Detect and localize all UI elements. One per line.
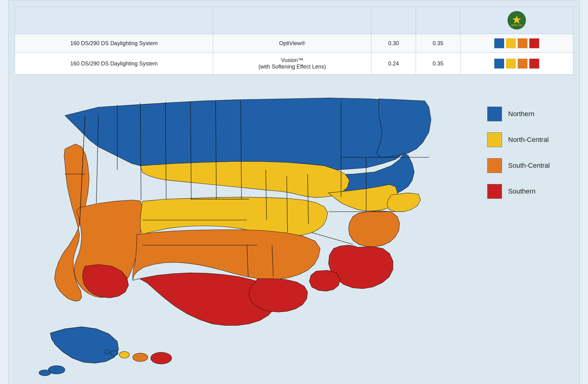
table-cell-shgc-0: 0.30 [371, 34, 416, 53]
svg-point-27 [151, 352, 172, 364]
svg-point-26 [39, 370, 51, 376]
table-cell-diffuser-1: Vusion™ (with Softening Effect Lens) [213, 53, 371, 75]
color-swatch-0 [494, 38, 504, 48]
table-cell-ufactor-0: 0.35 [416, 34, 460, 53]
svg-point-30 [111, 351, 118, 355]
legend-item-1: North-Central [487, 132, 573, 147]
energy-star-icon: ENERGY STAR [508, 11, 526, 29]
legend-item-2: South-Central [487, 158, 573, 173]
map-section: NorthernNorth-CentralSouth-CentralSouthe… [15, 82, 573, 384]
data-table: ENERGY STAR 160 DS/290 DS Daylighting Sy… [15, 6, 573, 75]
legend-label-2: South-Central [508, 162, 550, 170]
map-container [15, 82, 475, 384]
color-swatch-3 [529, 59, 539, 69]
legend-swatch-1 [487, 132, 502, 147]
legend-item-0: Northern [487, 107, 573, 121]
col-header-diffuser [213, 7, 371, 34]
col-header-ufactor [416, 7, 460, 34]
us-map [15, 82, 475, 383]
color-swatch-2 [518, 38, 527, 48]
color-swatch-2 [518, 59, 527, 69]
color-swatch-1 [506, 38, 516, 48]
table-cell-model-1: 160 DS/290 DS Daylighting System [15, 53, 213, 75]
energy-star-logo: ENERGY STAR [466, 11, 567, 29]
legend-swatch-2 [487, 158, 502, 173]
legend-label-3: Southern [508, 187, 535, 195]
table-cell-swatches-0 [460, 34, 573, 53]
color-swatch-0 [494, 59, 504, 69]
svg-text:ENERGY STAR: ENERGY STAR [511, 24, 522, 26]
table-cell-ufactor-1: 0.35 [416, 53, 460, 75]
svg-point-29 [119, 351, 129, 358]
table-cell-shgc-1: 0.24 [371, 53, 416, 75]
map-legend: NorthernNorth-CentralSouth-CentralSouthe… [487, 82, 573, 199]
col-header-shgc [371, 7, 416, 34]
legend-swatch-3 [487, 184, 502, 199]
table-cell-diffuser-0: OptiView® [213, 34, 371, 53]
legend-swatch-0 [487, 107, 502, 121]
col-header-energy-star: ENERGY STAR [460, 7, 573, 34]
legend-label-1: North-Central [508, 136, 549, 144]
legend-label-0: Northern [508, 110, 535, 118]
page-container: ENERGY STAR 160 DS/290 DS Daylighting Sy… [8, 0, 580, 384]
color-swatch-3 [529, 38, 539, 48]
legend-item-3: Southern [487, 184, 573, 199]
color-swatch-1 [506, 59, 516, 69]
table-cell-swatches-1 [460, 53, 573, 75]
table-cell-model-0: 160 DS/290 DS Daylighting System [15, 34, 213, 53]
svg-point-28 [133, 353, 148, 361]
col-header-model [15, 7, 213, 34]
svg-point-31 [104, 350, 110, 354]
